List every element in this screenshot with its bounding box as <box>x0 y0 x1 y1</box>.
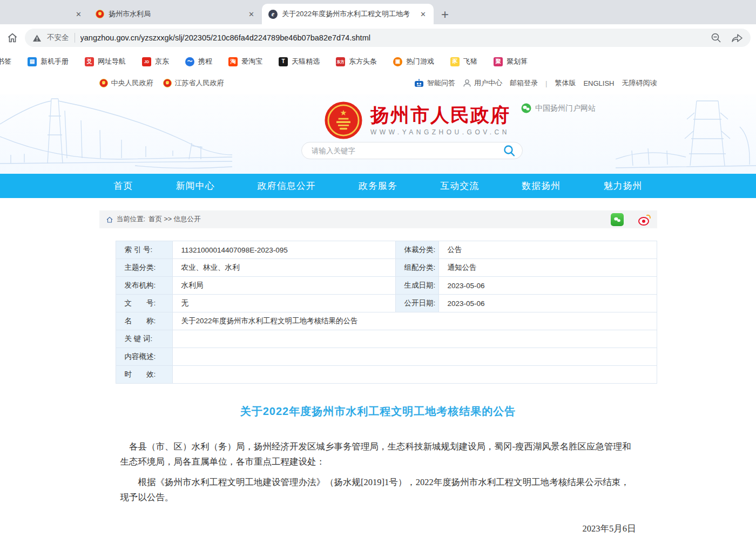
nav-data[interactable]: 数据扬州 <box>522 180 561 192</box>
new-tab-button[interactable]: + <box>441 8 449 21</box>
bookmark-xinji-manual[interactable]: ▤ 新机手册 <box>28 57 69 66</box>
bookmark-juhuasuan[interactable]: 聚 聚划算 <box>494 57 528 66</box>
tab-close-icon[interactable]: ✕ <box>247 10 255 18</box>
tab-partial[interactable]: ✕ <box>0 4 89 24</box>
tab-shuiliju[interactable]: ★ 扬州市水利局 ✕ <box>89 4 262 24</box>
gov-emblem-icon: ★ <box>163 79 172 87</box>
link-mail-login[interactable]: 邮箱登录 <box>510 78 538 88</box>
meta-label: 文 号: <box>116 295 172 312</box>
bookmark-label: 网址导航 <box>98 57 126 66</box>
bookmark-eastday[interactable]: 东方 东方头条 <box>336 57 377 66</box>
article-paragraph: 根据《扬州市水利工程文明工地建设管理办法》（扬水规[2019]1号），2022年… <box>120 475 636 505</box>
bookmark-taobao[interactable]: 淘 爱淘宝 <box>228 57 262 66</box>
table-row: 关 键 词: <box>116 330 657 348</box>
site-banner: ★ 扬州市人民政府 WWW.YANGZHOU.GOV.CN 中国扬州门户网站 <box>0 94 756 174</box>
tmall-favicon: T <box>279 57 288 66</box>
nav-favicon: 爻 <box>85 57 94 66</box>
meta-label: 生成日期: <box>395 277 438 295</box>
table-row: 文 号: 无 公开日期: 2023-05-06 <box>116 295 657 312</box>
meta-value: 2023-05-06 <box>438 277 657 295</box>
table-row: 主题分类: 农业、林业、水利 组配分类: 通知公告 <box>116 259 657 277</box>
meta-label: 主题分类: <box>116 259 172 277</box>
bookmarks-bar: 机书签 ▤ 新机手册 爻 网址导航 JD 京东 〜 携程 淘 爱淘宝 T 天猫精… <box>0 51 756 72</box>
browser-toolbar: 不安全 yangzhou.gov.cn/yzszxxgk/slj/202305/… <box>0 24 756 51</box>
svg-text:★: ★ <box>340 108 347 117</box>
bookmark-ctrip[interactable]: 〜 携程 <box>185 57 212 66</box>
tab-active-announcement[interactable]: e 关于2022年度扬州市水利工程文明工地考 ✕ <box>262 4 434 24</box>
url-text[interactable]: yangzhou.gov.cn/yzszxxgk/slj/202305/210c… <box>80 33 706 42</box>
site-logo[interactable]: ★ 扬州市人民政府 WWW.YANGZHOU.GOV.CN <box>324 101 510 140</box>
nav-services[interactable]: 政务服务 <box>359 180 397 192</box>
meta-label: 名 称: <box>116 312 172 330</box>
tab-title: 扬州市水利局 <box>109 9 243 19</box>
meta-label: 时 效: <box>116 366 172 384</box>
share-forward-icon[interactable] <box>731 32 743 43</box>
article-title: 关于2022年度扬州市水利工程文明工地考核结果的公告 <box>120 404 636 419</box>
bookmark-phone[interactable]: 机书签 <box>0 57 11 66</box>
link-jiangsu-gov[interactable]: ★ 江苏省人民政府 <box>163 78 224 88</box>
security-label[interactable]: 不安全 <box>47 33 69 43</box>
meta-value: 关于2022年度扬州市水利工程文明工地考核结果的公告 <box>172 312 657 330</box>
bookmark-label: 新机手册 <box>40 57 69 66</box>
tab-close-icon[interactable]: ✕ <box>75 10 83 18</box>
nav-news[interactable]: 新闻中心 <box>176 180 215 192</box>
portal-wechat-link[interactable]: 中国扬州门户网站 <box>521 103 596 113</box>
link-accessibility[interactable]: 无障碍阅读 <box>622 78 657 88</box>
link-traditional[interactable]: 繁体版 <box>555 78 576 88</box>
meta-value: 2023-05-06 <box>438 295 657 312</box>
divider <box>75 33 75 43</box>
search-icon[interactable] <box>503 144 516 157</box>
wechat-share-icon[interactable] <box>611 213 624 226</box>
nav-info-disclosure[interactable]: 政府信息公开 <box>258 180 316 192</box>
search-input[interactable] <box>312 147 503 155</box>
meta-value: 通知公告 <box>438 259 657 277</box>
bookmark-jd[interactable]: JD 京东 <box>142 57 169 66</box>
gov-emblem-favicon: ★ <box>96 10 104 18</box>
article-date: 2023年5月6日 <box>120 521 636 536</box>
gov-link-label: 中央人民政府 <box>111 78 153 88</box>
meta-value <box>172 366 657 384</box>
eastday-favicon: 东方 <box>336 57 345 66</box>
breadcrumb-path[interactable]: 首页 >> 信息公开 <box>148 215 201 224</box>
link-user-center[interactable]: 用户中心 <box>463 78 502 88</box>
meta-label: 发布机构: <box>116 277 172 295</box>
bookmark-tmall[interactable]: T 天猫精选 <box>279 57 320 66</box>
site-e-favicon: e <box>268 10 278 19</box>
site-domain: WWW.YANGZHOU.GOV.CN <box>370 128 510 136</box>
tab-close-icon[interactable]: ✕ <box>419 10 427 18</box>
home-icon[interactable] <box>6 32 18 44</box>
national-emblem-icon: ★ <box>324 101 363 140</box>
bridge-lineart-left <box>0 94 232 174</box>
zoom-out-icon[interactable] <box>711 32 721 43</box>
nav-home[interactable]: 首页 <box>114 180 133 192</box>
not-secure-warning-icon <box>32 34 42 42</box>
link-smart-qa[interactable]: 智能问答 <box>414 78 455 88</box>
meta-label: 组配分类: <box>395 259 438 277</box>
portal-label: 中国扬州门户网站 <box>535 104 596 113</box>
table-row: 时 效: <box>116 366 657 384</box>
table-row: 发布机构: 水利局 生成日期: 2023-05-06 <box>116 277 657 295</box>
bookmark-label: 热门游戏 <box>406 57 434 66</box>
site-search[interactable] <box>301 142 523 159</box>
link-central-gov[interactable]: ★ 中央人民政府 <box>99 78 153 88</box>
bookmark-fliggy[interactable]: 豕 飞猪 <box>450 57 477 66</box>
meta-label: 公开日期: <box>395 295 438 312</box>
link-english[interactable]: ENGLISH <box>583 79 614 87</box>
user-icon <box>463 79 471 87</box>
bookmark-label: 京东 <box>155 57 169 66</box>
meta-label: 关 键 词: <box>116 330 172 348</box>
nav-interaction[interactable]: 互动交流 <box>440 180 479 192</box>
table-row: 索 引 号: 11321000014407098E-2023-095 体裁分类:… <box>116 241 657 259</box>
breadcrumb-label: 当前位置: <box>117 215 145 224</box>
nav-charm[interactable]: 魅力扬州 <box>603 180 642 192</box>
address-bar[interactable]: 不安全 yangzhou.gov.cn/yzszxxgk/slj/202305/… <box>25 29 751 47</box>
bookmark-label: 飞猪 <box>463 57 477 66</box>
weibo-share-icon[interactable] <box>638 213 652 226</box>
bookmark-url-nav[interactable]: 爻 网址导航 <box>85 57 126 66</box>
gov-link-label: 江苏省人民政府 <box>175 78 224 88</box>
bookmark-games[interactable]: ▣ 热门游戏 <box>393 57 434 66</box>
table-row: 名 称: 关于2022年度扬州市水利工程文明工地考核结果的公告 <box>116 312 657 330</box>
juhuasuan-favicon: 聚 <box>494 57 503 66</box>
utility-label: 智能问答 <box>427 78 455 88</box>
robot-icon <box>414 79 424 88</box>
